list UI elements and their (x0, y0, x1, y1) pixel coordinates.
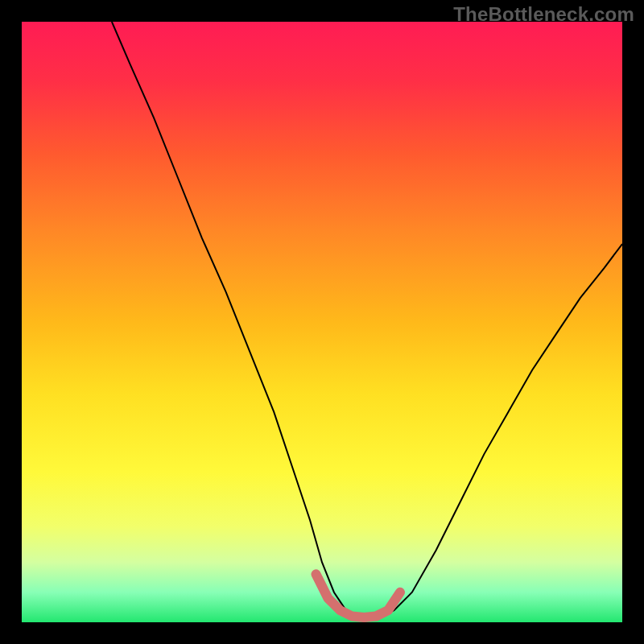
gradient-background (22, 22, 622, 622)
chart-frame: TheBottleneck.com (0, 0, 644, 644)
chart-svg (22, 22, 622, 622)
watermark-text: TheBottleneck.com (453, 3, 634, 26)
plot-area (22, 22, 622, 622)
